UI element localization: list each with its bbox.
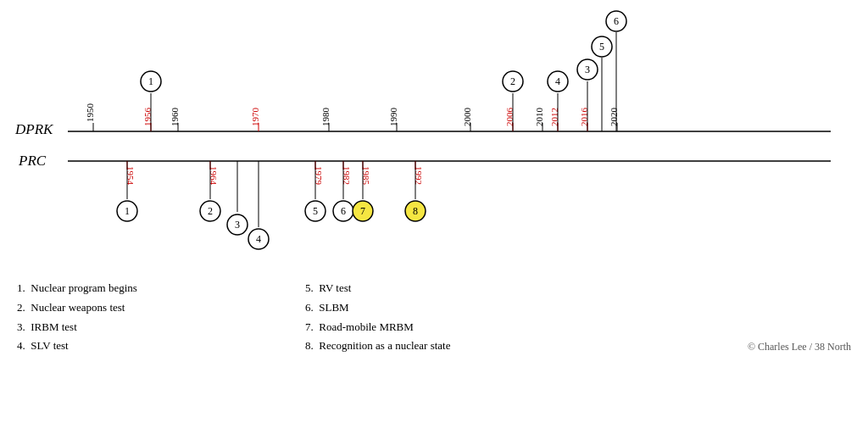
svg-text:1960: 1960 (170, 108, 180, 127)
svg-text:1970: 1970 (250, 108, 260, 127)
svg-text:6: 6 (341, 205, 346, 217)
legend-text-6: SLBM (319, 301, 348, 314)
legend-num-3: 3. (17, 320, 25, 333)
legend-item-6: 6. SLBM (305, 299, 593, 317)
legend-text-2: Nuclear weapons test (31, 301, 125, 314)
legend-area: 1. Nuclear program begins 5. RV test 2. … (0, 271, 868, 364)
legend-text-5: RV test (319, 281, 351, 294)
legend-item-1: 1. Nuclear program begins (17, 280, 305, 298)
legend-text-7: Road-mobile MRBM (319, 320, 414, 333)
legend-num-6: 6. (305, 301, 314, 314)
prc-label: PRC (18, 153, 47, 169)
legend-text-1: Nuclear program begins (31, 281, 137, 294)
svg-text:2020: 2020 (609, 108, 619, 127)
legend-text-8: Recognition as a nuclear state (319, 339, 450, 352)
timeline-svg: DPRK PRC 1950 1954 1956 1960 1964 1970 1… (0, 0, 868, 271)
svg-text:2010: 2010 (534, 108, 544, 127)
legend-item-4: 4. SLV test (17, 337, 305, 355)
legend-item-7: 7. Road-mobile MRBM (305, 319, 593, 337)
chart-area: DPRK PRC 1950 1954 1956 1960 1964 1970 1… (0, 0, 868, 271)
svg-text:2: 2 (510, 75, 515, 87)
legend-num-8: 8. (305, 339, 314, 352)
svg-text:1: 1 (125, 205, 130, 217)
copyright: © Charles Lee / 38 North (748, 341, 851, 353)
legend-num-7: 7. (305, 320, 314, 333)
svg-text:3: 3 (235, 219, 240, 231)
legend-item-5: 5. RV test (305, 280, 593, 298)
svg-text:1980: 1980 (320, 108, 331, 127)
svg-text:5: 5 (599, 41, 604, 53)
legend-item-2: 2. Nuclear weapons test (17, 299, 305, 317)
svg-text:8: 8 (413, 205, 418, 217)
legend-list: 1. Nuclear program begins 5. RV test 2. … (17, 280, 851, 355)
svg-text:3: 3 (585, 64, 590, 75)
svg-text:7: 7 (360, 205, 365, 217)
legend-num-5: 5. (305, 281, 314, 294)
legend-num-2: 2. (17, 301, 25, 314)
dprk-label: DPRK (14, 121, 54, 137)
svg-text:1: 1 (148, 75, 153, 87)
svg-text:4: 4 (555, 75, 560, 87)
svg-text:2: 2 (208, 205, 213, 217)
svg-text:1950: 1950 (85, 103, 95, 123)
svg-text:4: 4 (256, 233, 261, 245)
legend-item-3: 3. IRBM test (17, 319, 305, 337)
legend-num-1: 1. (17, 281, 25, 294)
svg-text:1990: 1990 (388, 108, 398, 127)
legend-text-3: IRBM test (31, 320, 77, 333)
svg-text:6: 6 (614, 15, 619, 27)
legend-num-4: 4. (17, 339, 25, 352)
svg-text:2000: 2000 (462, 108, 472, 127)
legend-text-4: SLV test (31, 339, 68, 352)
legend-item-8: 8. Recognition as a nuclear state (305, 337, 593, 355)
svg-text:5: 5 (313, 205, 318, 217)
